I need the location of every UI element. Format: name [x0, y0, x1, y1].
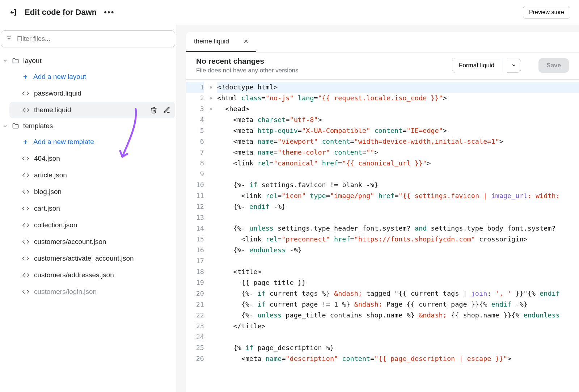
code-editor[interactable]: 1234567891011121314151617181920212223242…	[186, 80, 579, 387]
filter-files-input[interactable]	[1, 30, 175, 47]
file-collection-json[interactable]: collection.json	[9, 217, 175, 233]
editor-toolbar: No recent changes File does not have any…	[186, 52, 579, 80]
file-label: collection.json	[34, 221, 171, 229]
file-label: customers/login.json	[34, 288, 171, 296]
changes-subtitle: File does not have any other versions	[196, 67, 446, 74]
page-title: Edit code for Dawn	[25, 8, 97, 17]
file-article-json[interactable]: article.json	[9, 167, 175, 184]
add-template-label: Add a new template	[33, 138, 94, 146]
file-theme-liquid[interactable]: theme.liquid	[9, 102, 175, 118]
code-icon	[22, 221, 30, 229]
file-label: customers/activate_account.json	[34, 254, 171, 262]
more-menu-icon[interactable]: •••	[104, 8, 114, 17]
line-gutter: 1234567891011121314151617181920212223242…	[186, 80, 208, 387]
chevron-down-icon	[2, 58, 8, 64]
code-icon	[22, 254, 30, 262]
format-liquid-button[interactable]: Format liquid	[452, 58, 501, 73]
folder-label: layout	[23, 57, 42, 65]
code-icon	[22, 205, 30, 212]
file-customers-account-json[interactable]: customers/account.json	[9, 233, 175, 250]
code-icon	[22, 188, 30, 196]
file-label: 404.json	[34, 155, 171, 163]
edit-icon[interactable]	[163, 106, 171, 114]
code-icon	[22, 106, 30, 114]
code-icon	[22, 271, 30, 279]
file-blog-json[interactable]: blog.json	[9, 184, 175, 200]
code-icon	[22, 155, 30, 163]
file-sidebar: layout Add a new layout password.liquid …	[0, 25, 176, 392]
save-button[interactable]: Save	[538, 58, 569, 73]
chevron-down-icon	[2, 123, 8, 129]
code-content[interactable]: <!doctype html><html class="no-js" lang=…	[214, 80, 579, 387]
file-label: theme.liquid	[34, 106, 145, 114]
header-bar: Edit code for Dawn ••• Preview store	[0, 0, 579, 25]
code-icon	[22, 89, 30, 97]
file-cart-json[interactable]: cart.json	[9, 200, 175, 217]
filter-icon	[6, 35, 12, 43]
changes-title: No recent changes	[196, 57, 446, 66]
folder-icon	[12, 122, 20, 130]
exit-icon[interactable]	[9, 8, 17, 17]
folder-label: templates	[23, 122, 53, 130]
plus-icon	[22, 138, 29, 146]
file-password-liquid[interactable]: password.liquid	[9, 85, 175, 102]
folder-icon	[12, 57, 20, 65]
folder-layout[interactable]: layout	[1, 53, 175, 68]
close-icon[interactable]: ✕	[244, 38, 248, 45]
code-icon	[22, 238, 30, 246]
fold-column: vvv	[208, 80, 214, 387]
file-label: password.liquid	[34, 89, 171, 97]
file-customers-addresses-json[interactable]: customers/addresses.json	[9, 267, 175, 283]
tab-theme-liquid[interactable]: theme.liquid ✕	[186, 32, 256, 52]
file-label: blog.json	[34, 188, 171, 196]
file-customers-login-json[interactable]: customers/login.json	[9, 283, 175, 300]
code-icon	[22, 288, 30, 296]
tab-label: theme.liquid	[194, 38, 229, 45]
file-label: article.json	[34, 171, 171, 179]
add-layout-button[interactable]: Add a new layout	[9, 68, 175, 85]
preview-store-button[interactable]: Preview store	[523, 6, 570, 19]
delete-icon[interactable]	[150, 106, 158, 114]
file-404-json[interactable]: 404.json	[9, 150, 175, 167]
plus-icon	[22, 73, 29, 80]
folder-templates[interactable]: templates	[1, 118, 175, 134]
format-dropdown-button[interactable]	[507, 59, 521, 73]
add-template-button[interactable]: Add a new template	[9, 134, 175, 150]
file-label: customers/addresses.json	[34, 271, 171, 279]
code-icon	[22, 171, 30, 179]
file-label: cart.json	[34, 205, 171, 212]
file-label: customers/account.json	[34, 238, 171, 246]
tab-strip: theme.liquid ✕	[186, 32, 579, 52]
editor-panel: theme.liquid ✕ No recent changes File do…	[176, 25, 579, 392]
add-layout-label: Add a new layout	[33, 73, 86, 81]
file-customers-activate_account-json[interactable]: customers/activate_account.json	[9, 250, 175, 267]
